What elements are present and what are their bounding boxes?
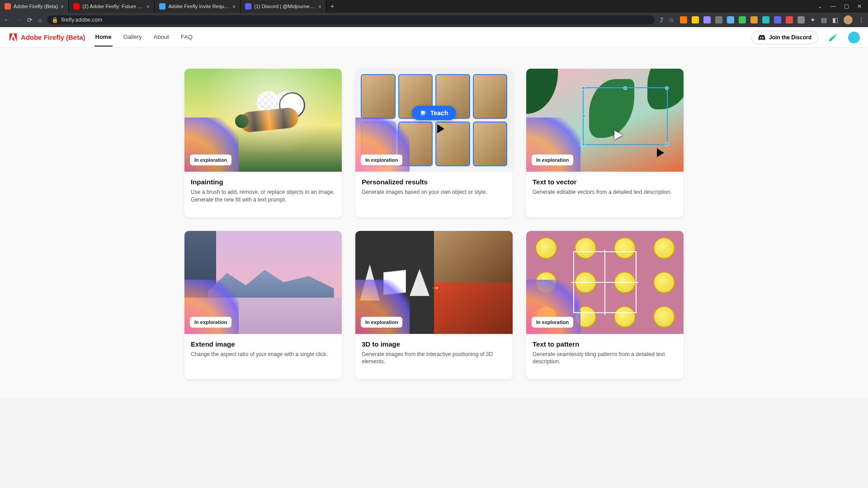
status-badge: In exploration — [532, 155, 573, 165]
close-tab-icon[interactable]: × — [232, 3, 236, 10]
side-panel-icon[interactable]: ◧ — [832, 16, 838, 23]
nav-link-about[interactable]: About — [153, 28, 170, 47]
lock-icon: 🔒 — [52, 17, 58, 23]
browser-tab[interactable]: (1) Discord | @Midjourney Bot× — [241, 0, 326, 13]
bee-illustration — [239, 107, 299, 133]
card-thumb: Teach In exploration — [355, 69, 513, 172]
browser-tab[interactable]: Adobe Firefly Invite Request Form× — [155, 0, 241, 13]
minimize-button[interactable]: — — [830, 3, 836, 9]
beaker-icon[interactable]: 🧪 — [827, 32, 839, 43]
brush-circle-icon — [279, 92, 305, 118]
close-tab-icon[interactable]: × — [146, 3, 150, 10]
card-personalized-results[interactable]: Teach In exploration Personalized result… — [355, 69, 513, 217]
status-badge: In exploration — [190, 317, 231, 328]
bookmark-star-icon[interactable]: ☆ — [669, 16, 675, 23]
status-badge: In exploration — [361, 317, 402, 328]
home-button[interactable]: ⌂ — [38, 16, 42, 23]
join-discord-button[interactable]: Join the Discord — [751, 31, 818, 44]
brand-text: Adobe Firefly (Beta) — [21, 33, 85, 41]
back-button[interactable]: ← — [4, 16, 10, 23]
discord-label: Join the Discord — [769, 34, 811, 41]
selection-box — [583, 87, 668, 145]
rendered-results — [434, 231, 513, 334]
leaf-shape — [526, 69, 558, 114]
card-title: Extend image — [191, 340, 335, 348]
user-avatar[interactable] — [848, 32, 860, 43]
extension-icon[interactable] — [692, 16, 699, 23]
tab-title: Adobe Firefly (Beta) — [14, 4, 58, 9]
card-3d-to-image[interactable]: → In exploration 3D to image Generate im… — [355, 231, 513, 380]
cursor-icon — [614, 131, 623, 140]
browser-tab[interactable]: (2) Adobe Firefly: Future Explorat× — [69, 0, 155, 13]
cursor-icon — [437, 124, 444, 133]
card-title: 3D to image — [362, 340, 506, 348]
favicon-icon — [245, 3, 251, 9]
extension-icon[interactable] — [715, 16, 722, 23]
browser-chrome: Adobe Firefly (Beta)×(2) Adobe Firefly: … — [0, 0, 868, 27]
card-desc: Generate images based on your own object… — [362, 188, 506, 196]
transparent-heart-shape — [257, 91, 297, 127]
tile-box — [573, 251, 636, 313]
share-icon[interactable]: ⤴ — [660, 16, 663, 23]
card-desc: Generate images from the interactive pos… — [362, 351, 506, 366]
favicon-icon — [5, 3, 11, 9]
card-extend-image[interactable]: In exploration Extend image Change the a… — [184, 231, 342, 380]
maximize-button[interactable]: ▢ — [844, 3, 849, 9]
card-title: Text to vector — [533, 178, 677, 186]
app-header: Adobe Firefly (Beta) HomeGalleryAboutFAQ… — [0, 27, 868, 48]
extension-icon[interactable] — [786, 16, 793, 23]
close-tab-icon[interactable]: × — [61, 3, 64, 10]
adobe-logo-icon — [8, 33, 18, 42]
card-title: Inpainting — [191, 178, 335, 186]
extension-icon[interactable] — [739, 16, 746, 23]
card-inpainting[interactable]: In exploration Inpainting Use a brush to… — [184, 69, 342, 217]
extension-icon[interactable] — [797, 16, 805, 23]
reading-list-icon[interactable]: ▤ — [821, 16, 827, 23]
brand[interactable]: Adobe Firefly (Beta) — [8, 33, 85, 42]
card-text-to-pattern[interactable]: In exploration Text to pattern Generate … — [526, 231, 684, 380]
status-badge: In exploration — [532, 317, 573, 328]
teach-button[interactable]: Teach — [412, 106, 456, 120]
extension-icon[interactable] — [703, 16, 711, 23]
browser-profile-avatar[interactable] — [844, 15, 853, 24]
card-thumb: In exploration — [526, 69, 684, 172]
close-tab-icon[interactable]: × — [318, 3, 322, 10]
card-desc: Generate editable vectors from a detaile… — [533, 188, 677, 196]
favicon-icon — [73, 3, 80, 9]
card-thumb: In exploration — [184, 231, 342, 334]
cursor-icon — [657, 148, 664, 157]
extension-icon[interactable] — [727, 16, 734, 23]
extensions-puzzle-icon[interactable]: ✦ — [810, 16, 816, 23]
tab-title: Adobe Firefly Invite Request Form — [168, 4, 229, 9]
new-tab-button[interactable]: ＋ — [326, 2, 338, 10]
nav-link-home[interactable]: Home — [94, 28, 113, 47]
extension-icon[interactable] — [680, 16, 687, 23]
nav-link-faq[interactable]: FAQ — [180, 28, 193, 47]
window-controls: ⌄ — ▢ ✕ — [811, 3, 868, 9]
address-bar[interactable]: 🔒 firefly.adobe.com — [47, 15, 655, 24]
status-badge: In exploration — [361, 155, 402, 165]
close-window-button[interactable]: ✕ — [857, 3, 862, 9]
primary-nav: HomeGalleryAboutFAQ — [94, 28, 193, 47]
extension-icon[interactable] — [762, 16, 769, 23]
nav-link-gallery[interactable]: Gallery — [123, 28, 143, 47]
card-desc: Generate seamlessly tiling patterns from… — [533, 351, 677, 366]
card-title: Personalized results — [362, 178, 506, 186]
tabs-container: Adobe Firefly (Beta)×(2) Adobe Firefly: … — [0, 0, 326, 13]
card-title: Text to pattern — [533, 340, 677, 348]
card-text-to-vector[interactable]: In exploration Text to vector Generate e… — [526, 69, 684, 217]
browser-tab[interactable]: Adobe Firefly (Beta)× — [0, 0, 69, 13]
chevron-down-icon[interactable]: ⌄ — [818, 3, 822, 9]
reload-button[interactable]: ⟳ — [27, 16, 33, 23]
extensions-row — [680, 16, 805, 23]
chrome-menu-icon[interactable]: ⋮ — [858, 16, 864, 23]
extension-icon[interactable] — [750, 16, 758, 23]
tab-bar: Adobe Firefly (Beta)×(2) Adobe Firefly: … — [0, 0, 868, 13]
nav-bar: ← → ⟳ ⌂ 🔒 firefly.adobe.com ⤴ ☆ ✦ ▤ ◧ ⋮ — [0, 13, 868, 27]
forward-button: → — [15, 16, 22, 23]
extension-icon[interactable] — [774, 16, 781, 23]
cone-shape — [410, 269, 429, 296]
status-badge: In exploration — [190, 155, 231, 165]
card-thumb: → In exploration — [355, 231, 513, 334]
teach-icon — [420, 109, 427, 117]
